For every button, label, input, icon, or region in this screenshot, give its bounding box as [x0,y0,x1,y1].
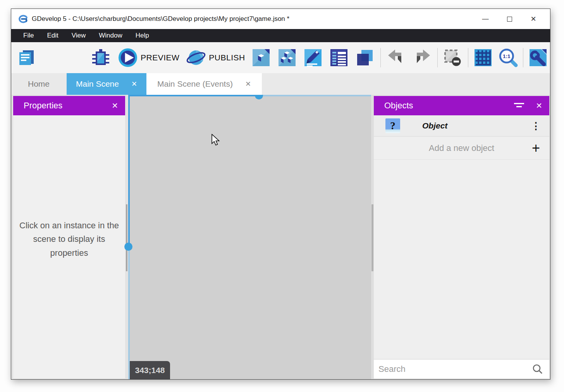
objects-search-bar [374,359,549,378]
close-panel-icon[interactable]: ✕ [112,101,118,110]
events-sheet-button[interactable] [329,48,349,67]
tab-main-scene-events[interactable]: Main Scene (Events) ✕ [146,73,262,95]
preview-label[interactable]: PREVIEW [141,53,179,62]
mask-toggle-button[interactable] [443,48,462,67]
menu-window[interactable]: Window [92,29,129,42]
mask-icon [443,48,462,67]
debug-bug-icon [91,48,110,67]
debug-button[interactable] [91,48,110,67]
search-icon[interactable] [532,364,543,375]
resize-handle-top[interactable] [255,95,263,99]
editor-content: Properties ✕ Click on an instance in the… [11,95,550,379]
game-window-top-edge [128,95,259,96]
publish-label[interactable]: PUBLISH [209,53,245,62]
publish-button[interactable] [186,48,206,67]
app-window: GDevelop 5 - C:\Users\charburg\Documents… [11,9,550,380]
add-object-plus-icon[interactable]: + [532,141,540,155]
objects-search-input[interactable] [378,364,532,374]
object-name: Object [422,121,447,130]
minimize-button[interactable]: — [473,9,497,29]
close-tab-icon[interactable]: ✕ [131,80,137,88]
zoom-1-1-icon: 1:1 [499,48,518,67]
properties-panel-header: Properties ✕ [13,96,125,115]
undo-icon [387,48,405,67]
object-list-item[interactable]: ? Object ⋮ [374,115,549,137]
game-window-top-edge-extension [259,95,371,96]
grid-icon [474,48,492,67]
svg-text:1:1: 1:1 [503,53,511,59]
tab-home[interactable]: Home [18,73,60,95]
title-bar: GDevelop 5 - C:\Users\charburg\Documents… [11,9,550,29]
scene-canvas[interactable] [128,95,371,379]
properties-panel: Properties ✕ Click on an instance in the… [13,96,125,378]
canvas-left-scrollbar-thumb[interactable] [126,204,127,271]
tab-label: Main Scene [76,79,119,89]
edit-scene-button[interactable] [251,48,271,67]
pencil-icon [304,48,322,67]
properties-panel-title: Properties [24,101,112,111]
objects-panel-header: Objects ✕ [374,96,549,115]
project-manager-button[interactable] [17,48,36,67]
menu-help[interactable]: Help [129,29,156,42]
objects-cubes-icon [278,48,296,67]
mouse-cursor-icon [212,134,220,146]
window-title: GDevelop 5 - C:\Users\charburg\Documents… [32,15,289,23]
zoom-original-button[interactable]: 1:1 [499,48,518,67]
redo-button[interactable] [413,48,432,67]
add-object-label: Add a new object [429,143,494,153]
wrench-icon [529,48,547,67]
objects-panel-title: Objects [384,101,514,111]
game-window-left-edge-extension [128,246,130,379]
grid-toggle-button[interactable] [473,48,493,67]
menu-edit[interactable]: Edit [40,29,65,42]
edit-objects-button[interactable] [277,48,297,67]
scene-cube-icon [252,48,270,67]
add-object-row[interactable]: Add a new object + [374,137,549,160]
object-more-menu-icon[interactable]: ⋮ [531,121,541,131]
maximize-button[interactable] [497,9,521,29]
tab-label: Main Scene (Events) [157,79,233,89]
objects-panel: Objects ✕ ? Object ⋮ Add a new object + [374,96,549,378]
properties-empty-message: Click on an instance in the scene to dis… [13,115,125,378]
object-thumbnail-icon: ? [385,118,400,133]
gdevelop-logo-icon [18,14,28,24]
scene-properties-button[interactable] [528,48,548,67]
close-tab-icon[interactable]: ✕ [245,80,251,88]
redo-icon [413,48,432,67]
play-icon [118,48,138,68]
menu-file[interactable]: File [17,29,40,42]
layers-icon [356,48,374,67]
edit-events-button[interactable] [303,48,323,67]
tab-bar: Home Main Scene ✕ Main Scene (Events) ✕ [11,73,550,95]
close-panel-icon[interactable]: ✕ [536,101,542,110]
undo-button[interactable] [386,48,406,67]
layers-button[interactable] [355,48,375,67]
menu-bar: File Edit View Window Help [11,29,550,42]
project-manager-icon [17,48,36,67]
menu-view[interactable]: View [65,29,93,42]
resize-handle-left[interactable] [124,243,132,251]
cursor-coordinates-badge: 343;148 [130,361,170,379]
events-list-icon [330,48,348,67]
filter-icon[interactable] [514,101,524,110]
close-button[interactable]: ✕ [521,9,545,29]
toolbar: PREVIEW PUBLISH [11,42,550,73]
maximize-icon [507,17,512,22]
tab-main-scene[interactable]: Main Scene ✕ [67,73,146,95]
globe-icon [186,47,206,68]
canvas-right-scrollbar-thumb[interactable] [371,204,373,271]
preview-button[interactable] [118,48,138,67]
game-window-left-edge [128,95,130,246]
